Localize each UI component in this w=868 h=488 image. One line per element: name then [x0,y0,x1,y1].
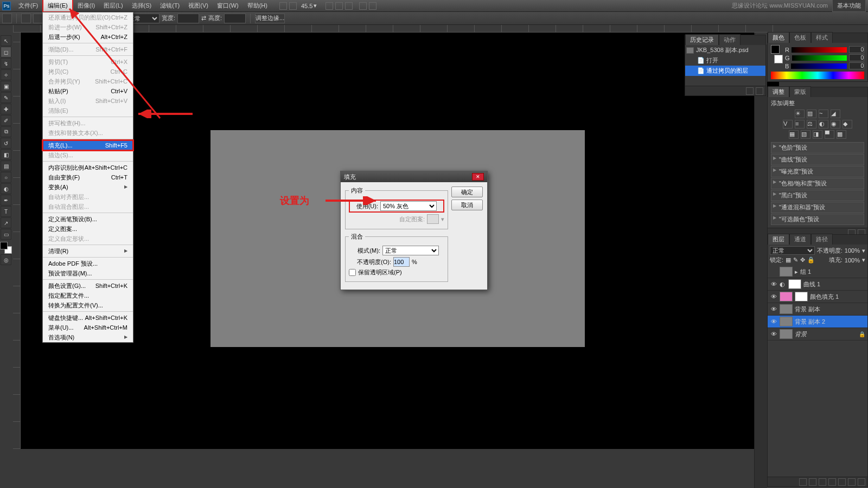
r-input[interactable] [849,46,864,53]
menu-item[interactable]: 菜单(U)...Alt+Shift+Ctrl+M [43,323,133,332]
lock-pos-icon[interactable]: ✥ [800,256,805,264]
menu-item[interactable]: 内容识别比例Alt+Shift+Ctrl+C [43,163,133,172]
menu-item[interactable]: 指定配置文件... [43,291,133,300]
tab-paths[interactable]: 路径 [811,234,833,245]
menu-item[interactable]: Adobe PDF 预设... [43,259,133,268]
launch-bridge-icon[interactable] [279,2,287,10]
arrange-icon[interactable] [359,2,367,10]
b-input[interactable] [849,62,864,69]
shape-tool-icon[interactable]: ▭ [1,229,11,240]
stamp-tool-icon[interactable]: ⧉ [1,126,11,137]
zoom-value[interactable]: 45.5 [301,3,312,9]
menu-item[interactable]: 清理(R) [43,246,133,256]
history-new-icon[interactable] [746,87,754,95]
history-step[interactable]: 📄 打开 [685,55,765,66]
ok-button[interactable]: 确定 [451,187,483,197]
menu-item[interactable]: 定义图案... [43,224,133,234]
layer-row[interactable]: 👁颜色填充 1 [768,291,867,303]
bg-swatch[interactable] [774,55,783,63]
menu-item[interactable]: 自由变换(F)Ctrl+T [43,172,133,182]
menu-file[interactable]: 文件(F) [14,0,42,11]
adj-levels-icon[interactable]: ▥ [807,110,816,118]
link-icon[interactable] [799,478,807,486]
adj-brightness-icon[interactable]: ☀ [795,110,805,118]
trash-icon[interactable] [858,478,865,486]
zoom-icon[interactable] [335,2,343,10]
rotate-icon[interactable] [345,2,353,10]
layer-row[interactable]: 👁◐曲线 1 [768,278,867,291]
heal-tool-icon[interactable]: ✚ [1,104,11,114]
menu-item[interactable]: 预设管理器(M)... [43,268,133,278]
menu-item[interactable]: 定义画笔预设(B)... [43,214,133,224]
mask-icon[interactable] [819,478,826,486]
menu-item[interactable]: 填充(L)...Shift+F5 [43,140,133,150]
g-input[interactable] [849,54,864,61]
preserve-checkbox[interactable] [349,269,356,276]
tab-color[interactable]: 颜色 [768,32,789,43]
fg-swatch[interactable] [771,45,780,54]
fx-icon[interactable] [809,478,816,486]
spectrum-bar[interactable] [771,72,864,79]
tab-styles[interactable]: 样式 [811,32,833,43]
adj-photo-icon[interactable]: ◉ [831,120,840,129]
mode-select[interactable]: 正常 [382,246,439,255]
eraser-tool-icon[interactable]: ◧ [1,149,11,160]
adj-curves-icon[interactable]: ~ [819,110,828,118]
quickmask-icon[interactable]: ◎ [1,254,11,265]
preset-row[interactable]: "曲线"预设 [771,154,864,165]
history-step[interactable]: 📄 通过拷贝的图层 [685,66,765,76]
preset-row[interactable]: "色相/饱和度"预设 [771,178,864,189]
pen-tool-icon[interactable]: ✒ [1,195,11,206]
preset-row[interactable]: "色阶"预设 [771,142,864,153]
menu-help[interactable]: 帮助(H) [243,0,272,11]
adj-bw-icon[interactable]: ◐ [819,120,828,129]
tab-actions[interactable]: 动作 [719,34,741,45]
crop-tool-icon[interactable]: ▣ [1,81,11,92]
tab-channels[interactable]: 通道 [789,234,811,245]
history-brush-icon[interactable]: ↺ [1,138,11,149]
fg-bg-swatch[interactable] [0,242,12,254]
layer-row[interactable]: 👁背景🔒 [768,328,867,341]
adj-layer-icon[interactable] [828,478,836,486]
menu-item[interactable]: 键盘快捷键...Alt+Shift+Ctrl+K [43,313,133,323]
menu-item[interactable]: 转换为配置文件(V)... [43,300,133,310]
use-select[interactable]: 50% 灰色 [380,201,437,211]
tab-layers[interactable]: 图层 [768,234,789,245]
preset-row[interactable]: "曝光度"预设 [771,166,864,177]
opacity-value[interactable]: 100% [845,247,860,254]
adj-poster-icon[interactable]: ▧ [801,130,810,139]
screen-mode-icon[interactable] [289,2,297,10]
tab-adjust[interactable]: 调整 [768,86,789,97]
tab-swatches[interactable]: 色板 [789,32,811,43]
selection-add-icon[interactable] [33,14,43,23]
tool-preset-icon[interactable] [2,14,12,23]
close-icon[interactable]: ✕ [472,173,484,181]
adj-exposure-icon[interactable]: ◢ [831,110,840,118]
workspace-button[interactable]: 基本功能 [832,0,866,12]
lock-trans-icon[interactable]: ▦ [786,256,791,264]
cancel-button[interactable]: 取消 [451,200,483,210]
wand-tool-icon[interactable]: ✧ [1,69,11,80]
adj-mixer-icon[interactable]: ◆ [843,120,852,129]
hand-icon[interactable] [326,2,333,10]
history-delete-icon[interactable] [756,87,763,95]
lasso-tool-icon[interactable]: ↯ [1,58,11,69]
fill-value[interactable]: 100% [845,257,860,264]
history-doc[interactable]: JKB_5308 副本.psd [685,45,765,55]
path-tool-icon[interactable]: ↗ [1,217,11,228]
menu-item[interactable]: 变换(A) [43,182,133,192]
preset-row[interactable]: "可选颜色"预设 [771,214,864,225]
preset-row[interactable]: "通道混和器"预设 [771,202,864,213]
new-layer-icon[interactable] [848,478,856,486]
tab-history[interactable]: 历史记录 [685,34,719,45]
layer-row[interactable]: 👁背景 副本 [768,303,867,316]
blur-tool-icon[interactable]: ○ [1,172,11,183]
menu-item[interactable]: 颜色设置(G)...Shift+Ctrl+K [43,281,133,291]
marquee-tool-icon[interactable]: ◻ [1,47,11,57]
lock-pixels-icon[interactable]: ✎ [793,256,798,264]
adj-threshold-icon[interactable]: ◨ [813,130,822,139]
opacity-input[interactable] [393,257,410,267]
type-tool-icon[interactable]: T [1,206,11,217]
layer-row[interactable]: ▸组 1 [768,266,867,278]
dialog-titlebar[interactable]: 填充 ✕ [341,171,487,182]
